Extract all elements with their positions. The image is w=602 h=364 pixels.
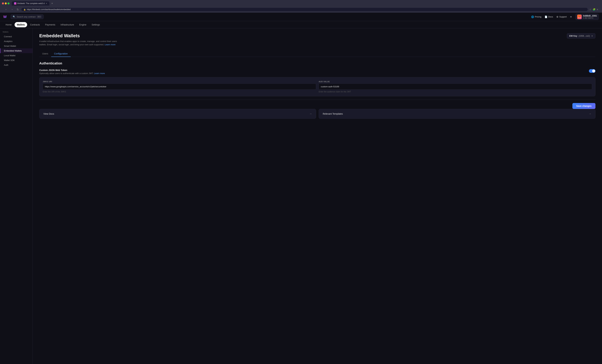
main-content: Embedded Wallets A wallet infrastructure… xyxy=(33,28,602,364)
chevron-down-icon: ▼ xyxy=(591,35,593,37)
active-tab[interactable]: thirdweb: The complete web3 d ✕ xyxy=(12,1,49,6)
sun-icon: ☀ xyxy=(570,16,572,18)
logo-icon: W xyxy=(3,15,7,19)
ew-key-dropdown[interactable]: EW Key (3358...ce2) ▼ xyxy=(567,33,595,39)
menu-icon[interactable]: ≡ xyxy=(597,8,598,11)
docs-icon: 📄 xyxy=(545,16,547,18)
reload-button[interactable]: ↻ xyxy=(16,8,20,11)
ew-key-label: EW Key xyxy=(569,35,577,37)
app-container: W 🔍 Search any contract ⌘K 🌐 Pricing 📄 D… xyxy=(0,13,602,364)
nav-item-engine[interactable]: Engine xyxy=(77,22,89,27)
bottom-cards: View Docs → Relevant Templates → xyxy=(39,109,595,119)
section-title: Authentication xyxy=(39,62,595,65)
ew-key-value: (3358...ce2) xyxy=(579,35,590,37)
tab-favicon xyxy=(14,2,16,5)
toggle-thumb xyxy=(592,69,595,73)
tab-configuration[interactable]: Configuration xyxy=(51,51,71,57)
app-header: W 🔍 Search any contract ⌘K 🌐 Pricing 📄 D… xyxy=(0,13,602,21)
search-icon: 🔍 xyxy=(13,16,15,18)
learn-more-link[interactable]: Learn more xyxy=(105,43,116,46)
tab-close-button[interactable]: ✕ xyxy=(46,2,47,5)
page-header-left: Embedded Wallets A wallet infrastructure… xyxy=(39,33,124,46)
user-badge[interactable]: 🦊 0xBBdD...E551 0.382 MATIC xyxy=(575,14,599,20)
traffic-lights xyxy=(2,2,10,4)
support-icon: ⚙ xyxy=(556,16,559,18)
close-button[interactable] xyxy=(2,2,4,4)
sidebar-item-connect[interactable]: Connect xyxy=(0,34,32,39)
extensions-icon[interactable]: 🧩 xyxy=(593,8,595,11)
jwks-uri-label: JWKS URI xyxy=(43,81,316,83)
search-bar[interactable]: 🔍 Search any contract ⌘K xyxy=(11,14,44,19)
toggle-track[interactable] xyxy=(589,69,595,73)
aud-value-label: AUD Value xyxy=(319,81,592,83)
aud-value-field: AUD Value Enter the audience claim for t… xyxy=(319,81,592,93)
tab-title: thirdweb: The complete web3 d xyxy=(17,2,45,5)
jwt-label: Custom JSON Web Token xyxy=(39,69,105,72)
sidebar-item-analytics[interactable]: Analytics xyxy=(0,39,32,44)
jwt-auth-row: Custom JSON Web Token Optionally allow u… xyxy=(39,69,595,75)
aud-value-hint: Enter the audience claim for the JWT xyxy=(319,91,592,93)
nav-item-wallets[interactable]: Wallets xyxy=(15,22,27,27)
browser-chrome: thirdweb: The complete web3 d ✕ + ← → ↻ … xyxy=(0,0,602,13)
support-label: Support xyxy=(559,16,567,18)
docs-label: Docs xyxy=(548,16,553,18)
address-bar[interactable]: 🔒 https://thirdweb.com/dashboard/wallets… xyxy=(21,8,588,11)
browser-tabs: thirdweb: The complete web3 d ✕ + xyxy=(2,1,600,6)
theme-toggle[interactable]: ☀ xyxy=(570,16,572,18)
authentication-section: Authentication Custom JSON Web Token Opt… xyxy=(39,62,595,100)
user-info: 0xBBdD...E551 0.382 MATIC xyxy=(583,15,597,19)
forward-button[interactable]: → xyxy=(10,8,14,11)
jwt-learn-more-link[interactable]: Learn more xyxy=(94,72,105,75)
save-changes-button[interactable]: Save changes xyxy=(572,103,595,109)
config-tabs: Users Configuration xyxy=(39,51,595,57)
page-description: A wallet infrastructure that enables app… xyxy=(39,40,124,46)
docs-link[interactable]: 📄 Docs xyxy=(545,16,553,18)
user-balance: 0.382 MATIC xyxy=(583,17,597,19)
sidebar-item-auth[interactable]: Auth xyxy=(0,63,32,67)
relevant-templates-card[interactable]: Relevant Templates → xyxy=(319,109,595,119)
aud-value-input[interactable] xyxy=(319,84,592,90)
jwt-form-grid: JWKS URI Enter the URI of the JWKS AUD V… xyxy=(39,77,595,96)
url-text: https://thirdweb.com/dashboard/wallets/e… xyxy=(27,8,71,11)
search-kbd: ⌘K xyxy=(37,16,41,18)
sidebar-item-embedded-wallets[interactable]: Embedded Wallets xyxy=(0,48,32,53)
page-header: Embedded Wallets A wallet infrastructure… xyxy=(39,33,595,46)
jwks-uri-field: JWKS URI Enter the URI of the JWKS xyxy=(43,81,316,93)
tab-users[interactable]: Users xyxy=(39,51,51,57)
user-name: 0xBBdD...E551 xyxy=(583,15,597,17)
sidebar-item-smart-wallet[interactable]: Smart Wallet xyxy=(0,44,32,48)
back-button[interactable]: ← xyxy=(4,8,9,11)
nav-item-payments[interactable]: Payments xyxy=(43,22,58,27)
main-layout: Wallets Connect Analytics Smart Wallet E… xyxy=(0,28,602,364)
sidebar-item-local-wallet[interactable]: Local Wallet xyxy=(0,53,32,58)
logo: W xyxy=(3,15,7,19)
maximize-button[interactable] xyxy=(8,2,10,4)
jwks-uri-hint: Enter the URI of the JWKS xyxy=(43,91,316,93)
nav-item-contracts[interactable]: Contracts xyxy=(28,22,42,27)
relevant-templates-arrow-icon: → xyxy=(589,112,591,115)
minimize-button[interactable] xyxy=(5,2,7,4)
nav-item-settings[interactable]: Settings xyxy=(89,22,102,27)
bookmark-icon[interactable]: ☆ xyxy=(589,8,591,11)
jwt-desc: Optionally allow users to authenticate w… xyxy=(39,72,105,75)
nav-item-infrastructure[interactable]: Infrastructure xyxy=(58,22,76,27)
search-placeholder: Search any contract xyxy=(17,16,36,18)
lock-icon: 🔒 xyxy=(23,9,26,11)
relevant-templates-label: Relevant Templates xyxy=(323,113,343,115)
sidebar-item-wallet-sdk[interactable]: Wallet SDK xyxy=(0,58,32,63)
jwks-uri-input[interactable] xyxy=(43,84,316,90)
globe-icon: 🌐 xyxy=(531,16,534,18)
nav-item-home[interactable]: Home xyxy=(3,22,14,27)
browser-nav: ← → ↻ 🔒 https://thirdweb.com/dashboard/w… xyxy=(2,7,600,13)
jwt-toggle[interactable] xyxy=(589,69,595,73)
page-title: Embedded Wallets xyxy=(39,33,124,38)
view-docs-label: View Docs xyxy=(43,113,54,115)
pricing-link[interactable]: 🌐 Pricing xyxy=(531,16,541,18)
view-docs-card[interactable]: View Docs → xyxy=(39,109,316,119)
new-tab-button[interactable]: + xyxy=(50,2,54,5)
header-actions: 🌐 Pricing 📄 Docs ⚙ Support ☀ 🦊 0xBBdD...… xyxy=(531,14,599,20)
sidebar: Wallets Connect Analytics Smart Wallet E… xyxy=(0,28,33,364)
support-link[interactable]: ⚙ Support xyxy=(556,16,567,18)
view-docs-arrow-icon: → xyxy=(309,112,312,115)
sidebar-section-label: Wallets xyxy=(0,31,32,34)
